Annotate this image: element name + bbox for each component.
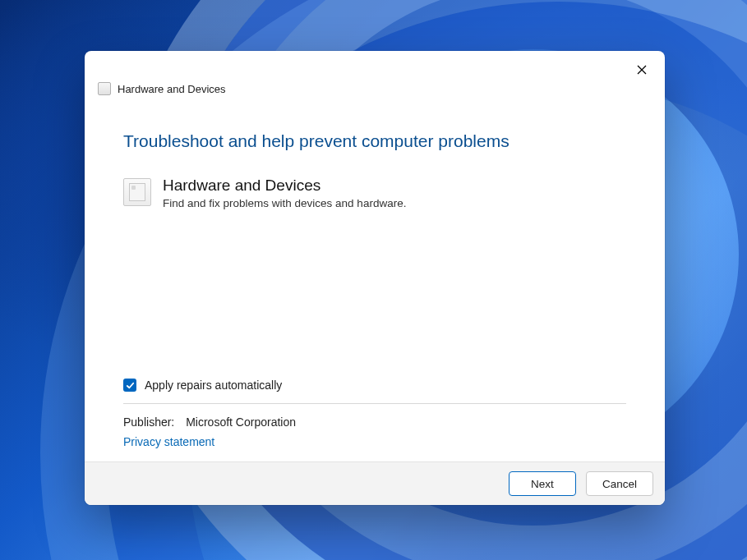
cancel-button[interactable]: Cancel: [586, 471, 653, 496]
page-title: Troubleshoot and help prevent computer p…: [123, 131, 626, 151]
close-icon: [637, 65, 647, 75]
dialog-content: Troubleshoot and help prevent computer p…: [85, 99, 665, 461]
window-title: Hardware and Devices: [118, 83, 226, 95]
publisher-row: Publisher: Microsoft Corporation: [123, 415, 626, 429]
checkbox-box: [123, 379, 136, 392]
item-title: Hardware and Devices: [163, 176, 406, 195]
item-description: Find and fix problems with devices and h…: [163, 197, 406, 209]
device-icon: [123, 178, 151, 206]
troubleshooter-icon: [98, 82, 111, 95]
publisher-label: Publisher:: [123, 415, 174, 429]
troubleshooter-item: Hardware and Devices Find and fix proble…: [123, 176, 626, 209]
dialog-footer: Next Cancel: [85, 461, 665, 505]
apply-repairs-label: Apply repairs automatically: [145, 379, 282, 392]
next-button[interactable]: Next: [509, 471, 576, 496]
window-header: Hardware and Devices: [85, 79, 665, 99]
checkmark-icon: [126, 381, 135, 390]
publisher-value: Microsoft Corporation: [186, 415, 296, 429]
divider: [123, 403, 626, 404]
troubleshooter-dialog: Hardware and Devices Troubleshoot and he…: [85, 51, 665, 505]
titlebar: [85, 51, 665, 82]
privacy-statement-link[interactable]: Privacy statement: [123, 435, 214, 448]
apply-repairs-checkbox[interactable]: Apply repairs automatically: [123, 379, 282, 392]
